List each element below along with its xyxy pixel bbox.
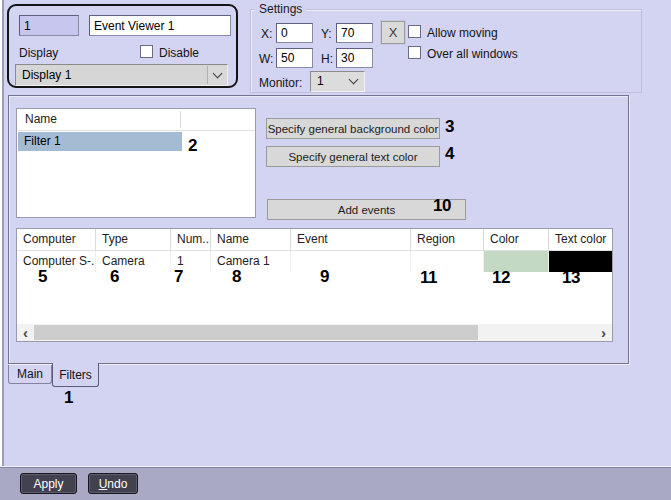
col-header-color: Color (484, 229, 549, 251)
cell-text-color-swatch[interactable] (549, 251, 612, 272)
object-id-field[interactable] (19, 15, 79, 36)
allow-moving-label: Allow moving (427, 26, 498, 40)
apply-button[interactable]: Apply (20, 473, 77, 494)
disable-checkbox-label: Disable (159, 46, 199, 60)
x-label: X: (261, 27, 272, 41)
callout-11: 11 (420, 268, 437, 288)
monitor-select-arrow[interactable] (344, 73, 363, 90)
monitor-label: Monitor: (259, 76, 302, 90)
y-label: Y: (321, 27, 332, 41)
disable-checkbox[interactable] (140, 45, 153, 58)
w-label: W: (259, 52, 273, 66)
col-header-region: Region (411, 229, 484, 251)
callout-2: 2 (188, 136, 197, 156)
callout-12: 12 (492, 268, 510, 288)
cell-event[interactable] (291, 251, 411, 272)
y-input[interactable] (336, 23, 373, 43)
scrollbar-thumb[interactable] (34, 325, 478, 340)
h-label: H: (321, 52, 333, 66)
callout-4: 4 (445, 144, 454, 164)
monitor-select-value: 1 (317, 74, 324, 88)
callout-6: 6 (110, 267, 119, 287)
col-header-name: Name (211, 229, 291, 251)
event-viewer-settings-window: Display Disable Display 1 Settings X: Y:… (0, 0, 671, 500)
over-all-windows-label: Over all windows (427, 47, 518, 61)
specify-text-color-button[interactable]: Specify general text color (266, 146, 440, 167)
cell-name[interactable]: Camera 1 (211, 251, 291, 272)
callout-8: 8 (232, 267, 241, 287)
events-table-header: Computer Type Num... Name Event Region C… (17, 229, 612, 251)
w-input[interactable] (276, 48, 313, 68)
filter-list-row-selected[interactable]: Filter 1 (18, 132, 182, 151)
chevron-down-icon (349, 75, 359, 85)
footer-bar: Apply Undo (0, 467, 671, 500)
allow-moving-checkbox[interactable] (408, 25, 421, 38)
col-header-type: Type (96, 229, 171, 251)
display-select-value: Display 1 (22, 68, 71, 82)
monitor-select[interactable]: 1 (310, 71, 365, 92)
specify-background-color-button[interactable]: Specify general background color (266, 118, 440, 139)
clear-position-button[interactable]: X (381, 21, 405, 44)
chevron-down-icon (212, 68, 222, 78)
col-header-text-color: Text color (549, 229, 612, 251)
scroll-left-icon[interactable]: ‹ (17, 324, 34, 341)
settings-group-title: Settings (255, 2, 306, 16)
col-header-event: Event (291, 229, 411, 251)
events-table: Computer Type Num... Name Event Region C… (16, 228, 613, 342)
col-header-num: Num... (171, 229, 211, 251)
callout-5: 5 (38, 267, 47, 287)
filter-list-header-label: Name (25, 112, 57, 126)
cell-computer[interactable]: Computer S-.. (17, 251, 96, 272)
callout-13: 13 (562, 268, 580, 288)
callout-10: 10 (433, 196, 451, 216)
column-divider (180, 111, 181, 128)
display-label: Display (19, 46, 58, 60)
callout-9: 9 (320, 267, 329, 287)
filter-list-header: Name (17, 109, 255, 131)
over-all-windows-checkbox[interactable] (408, 46, 421, 59)
h-input[interactable] (336, 48, 373, 68)
events-table-row[interactable]: Computer S-.. Camera 1 Camera 1 (17, 251, 612, 272)
undo-button-label: ndo (107, 477, 127, 491)
horizontal-scrollbar[interactable]: ‹ › (17, 324, 612, 341)
display-select-arrow[interactable] (207, 66, 226, 84)
x-input[interactable] (276, 23, 313, 43)
tab-filters[interactable]: Filters (52, 363, 99, 387)
display-select[interactable]: Display 1 (15, 64, 228, 86)
tab-main[interactable]: Main (8, 365, 52, 384)
callout-3: 3 (445, 117, 454, 137)
scroll-right-icon[interactable]: › (595, 324, 612, 341)
undo-button-accel: U (99, 477, 108, 491)
object-name-field[interactable] (89, 15, 231, 36)
object-header-box: Display Disable Display 1 (7, 4, 238, 88)
window-edge (0, 0, 4, 467)
callout-7: 7 (174, 267, 183, 287)
col-header-computer: Computer (17, 229, 96, 251)
filter-list: Name Filter 1 (16, 108, 256, 218)
cell-type[interactable]: Camera (96, 251, 171, 272)
callout-1: 1 (64, 388, 73, 408)
undo-button[interactable]: Undo (88, 473, 138, 494)
